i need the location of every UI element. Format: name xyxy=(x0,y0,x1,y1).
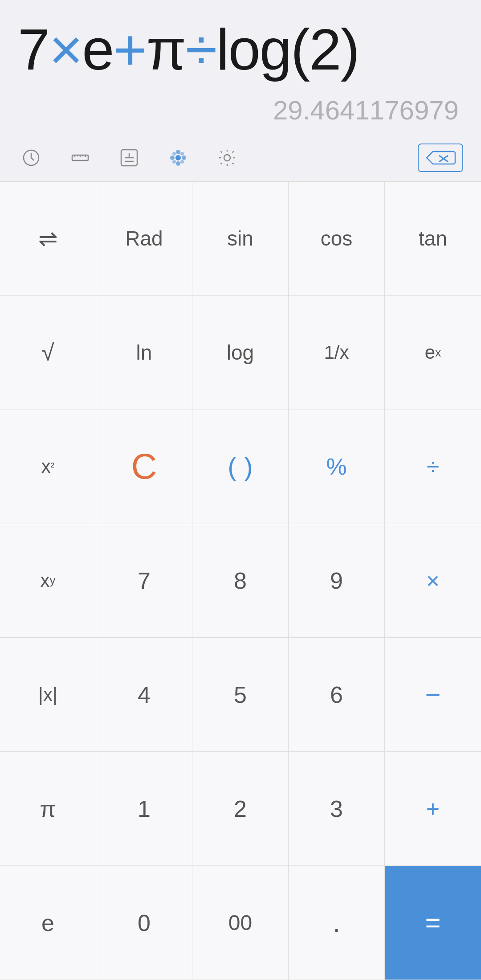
settings-button[interactable] xyxy=(214,144,240,171)
svg-point-15 xyxy=(182,156,186,160)
four-key[interactable]: 4 xyxy=(96,638,192,752)
svg-point-16 xyxy=(172,152,176,156)
keypad: ⇌ Rad sin cos tan √ ln log 1/x ex x² C (… xyxy=(0,181,481,980)
power-key[interactable]: xy xyxy=(0,524,96,638)
three-key[interactable]: 3 xyxy=(289,752,385,866)
seven-key[interactable]: 7 xyxy=(96,524,192,638)
svg-point-13 xyxy=(176,161,180,166)
plus-op: + xyxy=(114,17,147,82)
display-area: 7×e+π÷log(2) 29.4641176979 xyxy=(0,0,481,135)
euler-key[interactable]: e xyxy=(0,866,96,980)
nine-key[interactable]: 9 xyxy=(289,524,385,638)
abs-key[interactable]: |x| xyxy=(0,638,96,752)
parens-key[interactable]: ( ) xyxy=(192,410,289,524)
rad-key[interactable]: Rad xyxy=(96,182,192,296)
decimal-key[interactable]: . xyxy=(289,866,385,980)
square-key[interactable]: x² xyxy=(0,410,96,524)
two-key[interactable]: 2 xyxy=(192,752,289,866)
cos-key[interactable]: cos xyxy=(289,182,385,296)
six-key[interactable]: 6 xyxy=(289,638,385,752)
minus-key[interactable]: − xyxy=(385,638,481,752)
toolbar xyxy=(0,135,481,181)
zero-key[interactable]: 0 xyxy=(96,866,192,980)
log-key[interactable]: log xyxy=(192,296,289,410)
divide-op: ÷ xyxy=(185,17,216,82)
svg-point-18 xyxy=(172,160,176,164)
pi-key[interactable]: π xyxy=(0,752,96,866)
expression: 7×e+π÷log(2) xyxy=(18,18,463,82)
backspace-button[interactable] xyxy=(418,144,463,172)
multiply-op: × xyxy=(49,17,82,82)
svg-point-20 xyxy=(224,155,230,161)
double-zero-key[interactable]: 00 xyxy=(192,866,289,980)
svg-point-17 xyxy=(180,152,184,156)
sqrt-key[interactable]: √ xyxy=(0,296,96,410)
eight-key[interactable]: 8 xyxy=(192,524,289,638)
plus-key[interactable]: + xyxy=(385,752,481,866)
multiply-key[interactable]: × xyxy=(385,524,481,638)
exp-key[interactable]: ex xyxy=(385,296,481,410)
percent-key[interactable]: % xyxy=(289,410,385,524)
tan-key[interactable]: tan xyxy=(385,182,481,296)
svg-point-12 xyxy=(176,150,180,154)
clear-key[interactable]: C xyxy=(96,410,192,524)
sin-key[interactable]: sin xyxy=(192,182,289,296)
unit-converter-button[interactable] xyxy=(67,144,94,171)
ln-key[interactable]: ln xyxy=(96,296,192,410)
convert-key[interactable]: ⇌ xyxy=(0,182,96,296)
svg-point-19 xyxy=(180,160,184,164)
toggle-sign-button[interactable] xyxy=(116,144,143,171)
theme-button[interactable] xyxy=(165,144,192,171)
equals-key[interactable]: = xyxy=(385,866,481,980)
history-button[interactable] xyxy=(18,144,45,171)
reciprocal-key[interactable]: 1/x xyxy=(289,296,385,410)
svg-point-11 xyxy=(175,155,181,160)
one-key[interactable]: 1 xyxy=(96,752,192,866)
svg-point-14 xyxy=(170,156,175,160)
five-key[interactable]: 5 xyxy=(192,638,289,752)
result-display: 29.4641176979 xyxy=(18,95,463,126)
divide-key[interactable]: ÷ xyxy=(385,410,481,524)
